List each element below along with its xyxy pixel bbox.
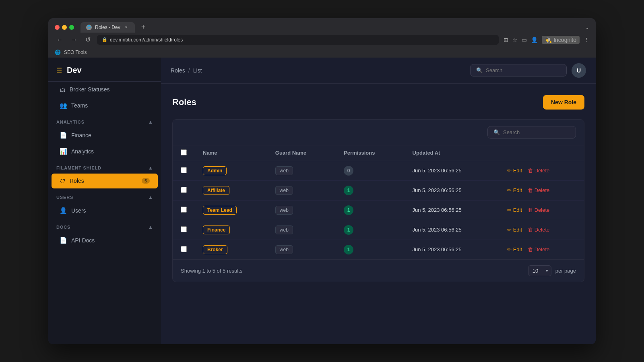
showing-text: Showing 1 to 5 of 5 results <box>181 268 242 274</box>
close-button[interactable] <box>55 25 60 30</box>
delete-button[interactable]: 🗑 Delete <box>528 187 549 193</box>
teams-icon: 👥 <box>60 102 67 109</box>
guard-badge: web <box>275 245 293 254</box>
per-page-label: per page <box>555 268 576 274</box>
browser-window: 🌐 Roles - Dev × + ⌄ ← → ↺ 🔒 dev.mnbtn.co… <box>48 18 596 344</box>
permissions-badge: 1 <box>344 225 353 235</box>
breadcrumb-root[interactable]: Roles <box>171 67 185 74</box>
sidebar-item-finance[interactable]: 📄 Finance <box>52 128 158 143</box>
page-header: Roles New Role <box>172 95 584 110</box>
globe-icon: 🌐 <box>55 50 61 55</box>
teams-label: Teams <box>71 102 88 109</box>
back-button[interactable]: ← <box>55 35 64 44</box>
edit-button[interactable]: ✏ Edit <box>507 246 522 252</box>
header-search[interactable]: 🔍 <box>470 64 567 77</box>
table-row: Team Lead web 1 Jun 5, 2023 06:56:25 ✏ E… <box>173 200 584 220</box>
table-search[interactable]: 🔍 <box>487 126 576 139</box>
browser-tab[interactable]: 🌐 Roles - Dev × <box>80 22 135 33</box>
row-checkbox[interactable] <box>181 226 187 232</box>
row-updated-at: Jun 5, 2023 06:56:25 <box>405 180 500 200</box>
permissions-badge: 1 <box>344 186 353 195</box>
edit-button[interactable]: ✏ Edit <box>507 168 522 174</box>
row-updated-at: Jun 5, 2023 06:56:25 <box>405 161 500 180</box>
new-tab-button[interactable]: + <box>138 23 149 31</box>
main-content: Roles / List 🔍 U Roles New Role <box>161 58 596 344</box>
refresh-button[interactable]: ↺ <box>84 35 92 44</box>
filament-shield-section-header[interactable]: FILAMENT SHIELD ▲ <box>48 159 161 173</box>
analytics-section-header[interactable]: ANALYTICS ▲ <box>48 114 161 127</box>
minimize-button[interactable] <box>62 25 67 30</box>
header-search-input[interactable] <box>486 67 561 73</box>
page-title: Roles <box>172 97 196 108</box>
users-section-title: USERS <box>56 195 73 200</box>
tab-close-button[interactable]: × <box>124 25 129 30</box>
row-actions: ✏ Edit 🗑 Delete <box>499 180 584 200</box>
split-view-icon[interactable]: ▭ <box>522 37 527 43</box>
row-name: Finance <box>195 220 267 240</box>
row-updated-at: Jun 5, 2023 06:56:25 <box>405 200 500 220</box>
sidebar-item-broker-statuses[interactable]: 🗂 Broker Statuses <box>52 82 158 97</box>
breadcrumb-current: List <box>193 67 202 74</box>
row-updated-at: Jun 5, 2023 06:56:25 <box>405 220 500 240</box>
forward-button[interactable]: → <box>69 35 79 44</box>
row-checkbox-cell <box>173 200 195 220</box>
table-row: Affiliate web 1 Jun 5, 2023 06:56:25 ✏ E… <box>173 180 584 200</box>
hamburger-icon[interactable]: ☰ <box>56 66 62 74</box>
col-guard-name: Guard Name <box>267 145 336 161</box>
main-header: Roles / List 🔍 U <box>161 58 596 84</box>
maximize-button[interactable] <box>69 25 74 30</box>
sidebar-item-analytics[interactable]: 📊 Analytics <box>52 144 158 159</box>
docs-section-header[interactable]: DOCS ▲ <box>48 219 161 232</box>
table-toolbar: 🔍 <box>173 120 584 145</box>
table-row: Broker web 1 Jun 5, 2023 06:56:25 ✏ Edit… <box>173 240 584 259</box>
row-actions: ✏ Edit 🗑 Delete <box>499 200 584 220</box>
edit-button[interactable]: ✏ Edit <box>507 207 522 213</box>
translate-icon[interactable]: ⊞ <box>504 37 508 43</box>
analytics-chevron-icon: ▲ <box>148 119 153 125</box>
sidebar-item-users[interactable]: 👤 Users <box>52 203 158 218</box>
edit-button[interactable]: ✏ Edit <box>507 227 522 233</box>
more-options-icon[interactable]: ⋮ <box>584 37 589 43</box>
sidebar-logo: Dev <box>67 66 82 75</box>
delete-button[interactable]: 🗑 Delete <box>528 168 549 174</box>
sidebar-item-teams[interactable]: 👥 Teams <box>52 98 158 113</box>
users-icon: 👤 <box>60 207 67 214</box>
user-profile-icon[interactable]: 👤 <box>531 37 538 43</box>
row-permissions: 1 <box>336 240 404 259</box>
col-name: Name <box>195 145 267 161</box>
row-actions: ✏ Edit 🗑 Delete <box>499 240 584 259</box>
col-permissions: Permissions <box>336 145 404 161</box>
delete-button[interactable]: 🗑 Delete <box>528 207 549 213</box>
bookmark-icon[interactable]: ☆ <box>512 37 518 43</box>
analytics-section-title: ANALYTICS <box>56 120 85 124</box>
per-page-control: 10 25 50 100 per page <box>528 265 576 276</box>
row-checkbox[interactable] <box>181 167 187 173</box>
sidebar-item-api-docs[interactable]: 📄 API Docs <box>52 233 158 248</box>
filament-shield-section-title: FILAMENT SHIELD <box>56 165 101 170</box>
row-checkbox[interactable] <box>181 246 187 252</box>
header-right: 🔍 U <box>470 63 586 78</box>
address-bar[interactable]: 🔒 dev.mnbtn.com/admin/shield/roles <box>97 35 499 45</box>
delete-button[interactable]: 🗑 Delete <box>528 246 549 252</box>
bookmark-seo-tools[interactable]: SEO Tools <box>64 50 87 55</box>
browser-titlebar: 🌐 Roles - Dev × + ⌄ <box>48 18 596 33</box>
table-search-input[interactable] <box>503 129 570 135</box>
row-checkbox[interactable] <box>181 187 187 193</box>
row-permissions: 1 <box>336 220 404 240</box>
select-all-checkbox[interactable] <box>181 149 187 155</box>
row-actions: ✏ Edit 🗑 Delete <box>499 161 584 180</box>
row-checkbox-cell <box>173 240 195 259</box>
table-search-icon: 🔍 <box>493 129 500 135</box>
select-all-header <box>173 145 195 161</box>
row-checkbox[interactable] <box>181 207 187 213</box>
edit-button[interactable]: ✏ Edit <box>507 187 522 193</box>
user-avatar[interactable]: U <box>572 63 586 78</box>
delete-button[interactable]: 🗑 Delete <box>528 227 549 233</box>
roles-icon: 🛡 <box>60 178 66 184</box>
api-docs-icon: 📄 <box>60 237 67 244</box>
row-guard: web <box>267 240 336 259</box>
per-page-select[interactable]: 10 25 50 100 <box>528 265 551 276</box>
users-section-header[interactable]: USERS ▲ <box>48 189 161 203</box>
new-role-button[interactable]: New Role <box>543 95 584 110</box>
sidebar-item-roles[interactable]: 🛡 Roles 5 <box>52 174 158 188</box>
